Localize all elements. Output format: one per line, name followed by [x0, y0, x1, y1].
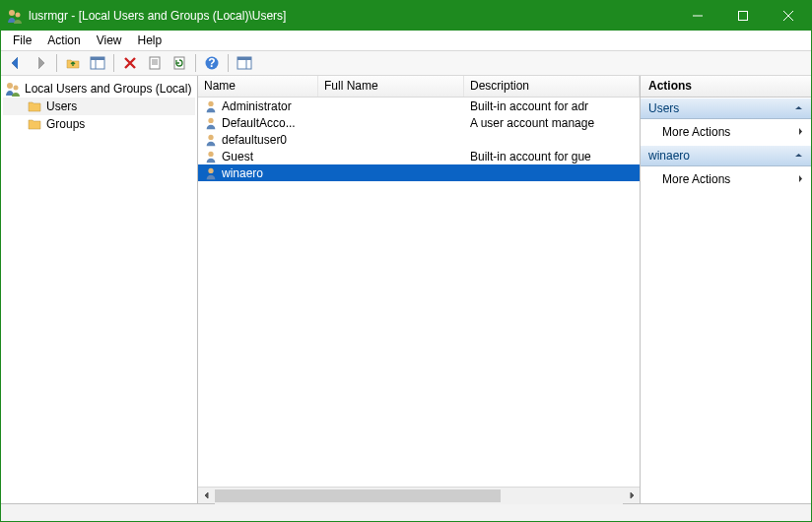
actions-item[interactable]: More Actions	[641, 166, 811, 192]
svg-rect-7	[91, 57, 104, 60]
actions-pane-title: Actions	[641, 76, 811, 98]
chevron-up-icon	[794, 149, 803, 163]
folder-icon	[27, 98, 42, 114]
app-window: lusrmgr - [Local Users and Groups (Local…	[0, 0, 812, 522]
toolbar: ?	[1, 50, 811, 76]
help-button[interactable]: ?	[201, 52, 223, 74]
menu-view[interactable]: View	[89, 32, 130, 49]
cell-name: winaero	[222, 166, 263, 180]
actions-pane: Actions UsersMore ActionswinaeroMore Act…	[641, 76, 811, 503]
tree-pane: Local Users and Groups (Local) Users Gro…	[1, 76, 198, 503]
tree-node-label: Groups	[46, 117, 85, 131]
cell-description: Built-in account for adr	[464, 99, 640, 113]
svg-point-22	[208, 117, 213, 122]
svg-point-24	[208, 151, 213, 156]
svg-rect-3	[739, 12, 748, 21]
title-bar: lusrmgr - [Local Users and Groups (Local…	[1, 1, 811, 31]
toolbar-separator	[113, 54, 114, 72]
menu-action[interactable]: Action	[39, 32, 88, 49]
users-groups-icon	[5, 81, 21, 97]
list-body[interactable]: AdministratorBuilt-in account for adrDef…	[198, 98, 640, 487]
folder-icon	[27, 116, 42, 132]
column-header-description[interactable]: Description	[464, 76, 640, 97]
status-bar	[1, 503, 811, 521]
list-row[interactable]: defaultuser0	[198, 131, 640, 148]
minimize-button[interactable]	[675, 1, 720, 31]
cell-name: defaultuser0	[222, 133, 287, 147]
maximize-button[interactable]	[720, 1, 766, 31]
list-row[interactable]: DefaultAcco...A user account manage	[198, 114, 640, 131]
actions-item-label: More Actions	[662, 125, 730, 139]
window-title: lusrmgr - [Local Users and Groups (Local…	[29, 9, 675, 23]
window-controls	[675, 1, 811, 31]
properties-button[interactable]	[144, 52, 166, 74]
app-icon	[7, 8, 23, 24]
tree-node-groups[interactable]: Groups	[3, 115, 195, 133]
up-one-level-button[interactable]	[62, 52, 84, 74]
tree-root[interactable]: Local Users and Groups (Local)	[3, 80, 195, 98]
nav-forward-button[interactable]	[30, 52, 51, 74]
nav-back-button[interactable]	[5, 52, 27, 74]
cell-name: DefaultAcco...	[222, 116, 296, 130]
actions-section-title: Users	[648, 101, 679, 115]
tree-node-users[interactable]: Users	[3, 98, 195, 115]
cell-description: Built-in account for gue	[464, 150, 640, 163]
cell-description: A user account manage	[464, 116, 640, 130]
chevron-up-icon	[794, 101, 803, 115]
list-pane: Name Full Name Description Administrator…	[198, 76, 641, 503]
menu-file[interactable]: File	[5, 32, 39, 49]
show-hide-action-pane-button[interactable]	[234, 52, 255, 74]
list-row[interactable]: GuestBuilt-in account for gue	[198, 148, 640, 164]
svg-point-20	[14, 86, 19, 91]
actions-item[interactable]: More Actions	[641, 119, 811, 145]
actions-item-label: More Actions	[662, 172, 730, 186]
svg-text:?: ?	[208, 56, 215, 70]
refresh-button[interactable]	[169, 52, 190, 74]
svg-point-1	[16, 13, 21, 18]
body-area: Local Users and Groups (Local) Users Gro…	[1, 76, 811, 503]
svg-point-23	[208, 134, 213, 139]
close-button[interactable]	[766, 1, 811, 31]
tree-root-label: Local Users and Groups (Local)	[25, 82, 191, 96]
svg-rect-17	[237, 57, 251, 60]
horizontal-scrollbar[interactable]	[198, 487, 640, 503]
scroll-left-button[interactable]	[198, 488, 215, 504]
svg-rect-9	[150, 57, 160, 69]
tree-node-label: Users	[46, 99, 77, 113]
column-header-full-name[interactable]: Full Name	[318, 76, 464, 97]
chevron-right-icon	[796, 172, 805, 186]
list-row[interactable]: winaero	[198, 164, 640, 181]
list-header: Name Full Name Description	[198, 76, 640, 98]
svg-point-0	[9, 10, 15, 16]
actions-section-header[interactable]: winaero	[641, 145, 811, 166]
svg-point-19	[7, 83, 13, 89]
scroll-thumb[interactable]	[215, 489, 501, 502]
cell-name: Administrator	[222, 99, 292, 113]
menu-help[interactable]: Help	[130, 32, 170, 49]
toolbar-separator	[228, 54, 229, 72]
toolbar-separator	[195, 54, 196, 72]
svg-point-25	[208, 167, 213, 172]
list-row[interactable]: AdministratorBuilt-in account for adr	[198, 98, 640, 114]
cell-name: Guest	[222, 150, 253, 163]
actions-section-title: winaero	[648, 149, 690, 163]
actions-section-header[interactable]: Users	[641, 98, 811, 119]
chevron-right-icon	[796, 125, 805, 139]
delete-button[interactable]	[119, 52, 141, 74]
menu-bar: File Action View Help	[1, 31, 811, 50]
show-hide-tree-button[interactable]	[87, 52, 108, 74]
column-header-name[interactable]: Name	[198, 76, 318, 97]
scroll-track[interactable]	[215, 488, 623, 504]
scroll-right-button[interactable]	[623, 488, 640, 504]
svg-point-21	[208, 100, 213, 105]
toolbar-separator	[56, 54, 57, 72]
